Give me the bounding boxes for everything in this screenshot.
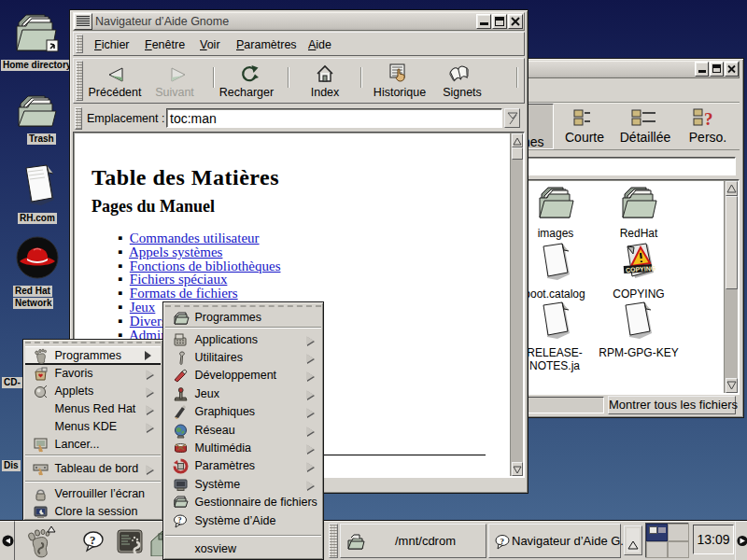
svg-text:?: ? [90,533,96,547]
svg-text:?: ? [178,516,182,525]
svg-text:?: ? [500,537,504,546]
svg-text:?: ? [704,109,713,128]
